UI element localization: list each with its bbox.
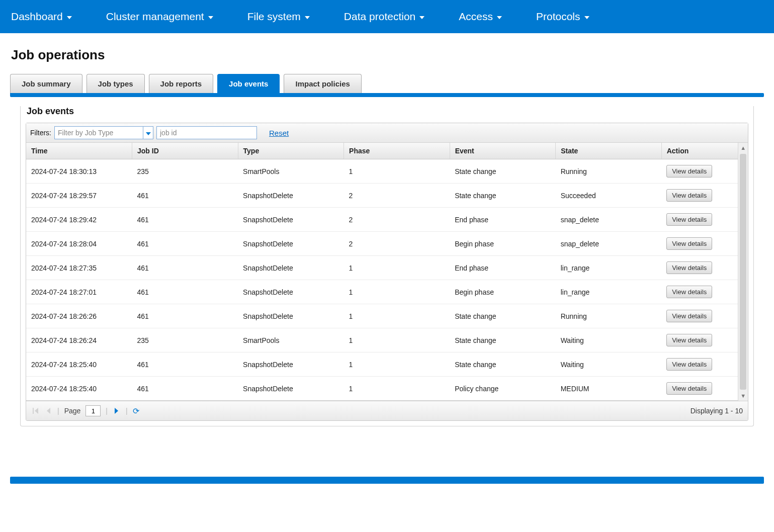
cell-phase: 2: [344, 232, 450, 256]
cell-event: Policy change: [450, 377, 556, 401]
col-header-phase[interactable]: Phase: [344, 143, 450, 159]
pager-next-button[interactable]: [113, 407, 121, 415]
scroll-up-icon[interactable]: ▲: [738, 145, 748, 151]
cell-time: 2024-07-24 18:29:57: [26, 184, 132, 208]
nav-access[interactable]: Access: [459, 11, 502, 23]
col-header-state[interactable]: State: [556, 143, 662, 159]
prev-page-icon: [47, 408, 50, 414]
cell-time: 2024-07-24 18:30:13: [26, 159, 132, 184]
filter-job-type-combo[interactable]: [54, 126, 153, 139]
caret-down-icon: [497, 16, 502, 19]
reset-link[interactable]: Reset: [269, 129, 289, 137]
cell-event: State change: [450, 159, 556, 184]
cell-state: MEDIUM: [556, 377, 662, 401]
filter-job-id-input[interactable]: [156, 126, 257, 139]
cell-state: Running: [556, 159, 662, 184]
filter-job-type-input[interactable]: [55, 127, 143, 139]
cell-job-id: 461: [132, 352, 238, 377]
view-details-button[interactable]: View details: [666, 237, 712, 250]
cell-state: snap_delete: [556, 232, 662, 256]
caret-down-icon: [208, 16, 213, 19]
combo-trigger[interactable]: [143, 127, 153, 139]
col-header-type[interactable]: Type: [238, 143, 344, 159]
table-row[interactable]: 2024-07-24 18:25:40461SnapshotDelete1Pol…: [26, 377, 738, 401]
cell-event: State change: [450, 352, 556, 377]
nav-protocols[interactable]: Protocols: [536, 11, 589, 23]
scroll-down-icon[interactable]: ▼: [738, 393, 748, 399]
cell-action: View details: [661, 184, 738, 208]
tab-job-events[interactable]: Job events: [217, 74, 280, 93]
col-header-time[interactable]: Time: [26, 143, 132, 159]
cell-phase: 2: [344, 184, 450, 208]
panel: Job events Filters: Reset: [20, 106, 754, 426]
cell-action: View details: [661, 352, 738, 377]
table-wrap: Time Job ID Type Phase Event State Actio…: [26, 143, 748, 401]
tab-impact-policies[interactable]: Impact policies: [284, 74, 361, 93]
tab-job-types[interactable]: Job types: [87, 74, 145, 93]
col-header-job-id[interactable]: Job ID: [132, 143, 238, 159]
cell-action: View details: [661, 232, 738, 256]
pager-prev-button[interactable]: [44, 407, 52, 415]
table-row[interactable]: 2024-07-24 18:30:13235SmartPools1State c…: [26, 159, 738, 184]
cell-action: View details: [661, 256, 738, 280]
cell-state: lin_range: [556, 280, 662, 304]
events-table: Time Job ID Type Phase Event State Actio…: [26, 143, 738, 401]
col-header-event[interactable]: Event: [450, 143, 556, 159]
view-details-button[interactable]: View details: [666, 213, 712, 226]
nav-file-system[interactable]: File system: [247, 11, 310, 23]
view-details-button[interactable]: View details: [666, 165, 712, 178]
tabs-container: Job summary Job types Job reports Job ev…: [10, 74, 764, 426]
nav-cluster-management[interactable]: Cluster management: [106, 11, 213, 23]
nav-data-protection[interactable]: Data protection: [344, 11, 424, 23]
nav-label: File system: [247, 11, 301, 23]
cell-job-id: 461: [132, 232, 238, 256]
nav-label: Data protection: [344, 11, 415, 23]
cell-state: lin_range: [556, 256, 662, 280]
table-row[interactable]: 2024-07-24 18:29:42461SnapshotDelete2End…: [26, 208, 738, 232]
tab-job-reports[interactable]: Job reports: [149, 74, 214, 93]
cell-time: 2024-07-24 18:25:40: [26, 377, 132, 401]
table-row[interactable]: 2024-07-24 18:26:24235SmartPools1State c…: [26, 328, 738, 352]
pager-page-input[interactable]: [85, 405, 101, 416]
nav-dashboard[interactable]: Dashboard: [11, 11, 72, 23]
tab-job-summary[interactable]: Job summary: [10, 74, 82, 93]
cell-type: SnapshotDelete: [238, 208, 344, 232]
cell-type: SnapshotDelete: [238, 232, 344, 256]
cell-job-id: 461: [132, 280, 238, 304]
separator: |: [57, 407, 59, 415]
refresh-icon[interactable]: ⟳: [133, 406, 139, 416]
cell-phase: 1: [344, 304, 450, 328]
table-row[interactable]: 2024-07-24 18:29:57461SnapshotDelete2Sta…: [26, 184, 738, 208]
cell-type: SnapshotDelete: [238, 304, 344, 328]
vertical-scrollbar[interactable]: ▲ ▼: [738, 143, 748, 401]
view-details-button[interactable]: View details: [666, 189, 712, 202]
caret-down-icon: [584, 16, 589, 19]
view-details-button[interactable]: View details: [666, 286, 712, 298]
caret-down-icon: [305, 16, 310, 19]
cell-phase: 1: [344, 352, 450, 377]
view-details-button[interactable]: View details: [666, 358, 712, 371]
scroll-thumb[interactable]: [740, 154, 746, 390]
table-row[interactable]: 2024-07-24 18:27:01461SnapshotDelete1Beg…: [26, 280, 738, 304]
col-header-action[interactable]: Action: [661, 143, 738, 159]
cell-phase: 1: [344, 377, 450, 401]
view-details-button[interactable]: View details: [666, 334, 712, 346]
table-row[interactable]: 2024-07-24 18:27:35461SnapshotDelete1End…: [26, 256, 738, 280]
cell-time: 2024-07-24 18:28:04: [26, 232, 132, 256]
table-row[interactable]: 2024-07-24 18:28:04461SnapshotDelete2Beg…: [26, 232, 738, 256]
view-details-button[interactable]: View details: [666, 261, 712, 274]
cell-phase: 1: [344, 256, 450, 280]
view-details-button[interactable]: View details: [666, 310, 712, 322]
cell-action: View details: [661, 208, 738, 232]
view-details-button[interactable]: View details: [666, 382, 712, 395]
cell-phase: 1: [344, 280, 450, 304]
table-row[interactable]: 2024-07-24 18:25:40461SnapshotDelete1Sta…: [26, 352, 738, 377]
cell-time: 2024-07-24 18:25:40: [26, 352, 132, 377]
table-row[interactable]: 2024-07-24 18:26:26461SnapshotDelete1Sta…: [26, 304, 738, 328]
cell-state: Running: [556, 304, 662, 328]
nav-label: Dashboard: [11, 11, 63, 23]
caret-down-icon: [146, 132, 151, 135]
pager-first-button[interactable]: [31, 407, 39, 415]
cell-job-id: 235: [132, 159, 238, 184]
cell-type: SnapshotDelete: [238, 377, 344, 401]
